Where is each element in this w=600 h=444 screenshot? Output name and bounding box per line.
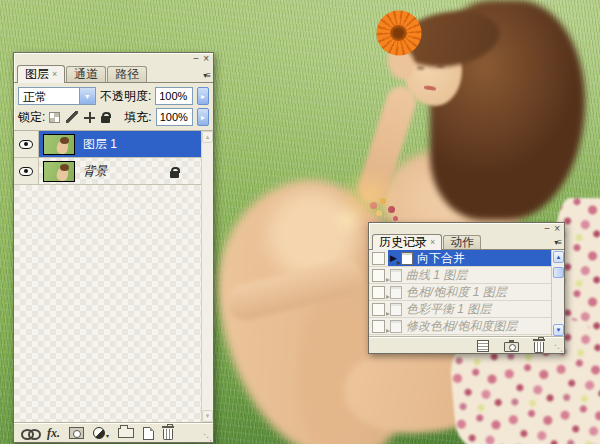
fx-icon: fx. (47, 428, 60, 439)
lock-position-icon[interactable] (84, 112, 95, 123)
resize-grip[interactable]: ⋱ (203, 433, 212, 442)
delete-state-button[interactable] (534, 339, 544, 353)
tab-close-icon[interactable]: × (52, 69, 57, 79)
fill-stepper-icon[interactable]: ▸ (197, 108, 209, 126)
history-state-row[interactable]: ▶ 向下合并 (369, 250, 551, 267)
tab-history[interactable]: 历史记录 × (372, 234, 442, 250)
history-source-checkbox[interactable] (372, 252, 385, 265)
history-scrollbar[interactable]: ▲ ▼ (551, 250, 564, 337)
layers-panel-footer: fx. ▾ ⋱ (14, 423, 213, 442)
layer-thumbnail[interactable] (43, 161, 75, 182)
tab-close-icon[interactable]: × (430, 237, 435, 247)
tab-channels[interactable]: 通道 (66, 66, 106, 82)
new-snapshot-button[interactable] (504, 340, 519, 352)
fill-input[interactable]: 100% (156, 108, 193, 126)
orange-flower-center (390, 25, 407, 41)
minimize-button[interactable]: − (193, 54, 199, 63)
adjustment-layer-icon (93, 427, 105, 439)
history-state-label: 向下合并 (417, 250, 465, 267)
photoshop-workspace: − × 图层 × 通道 路径 ▾≡ 正常 ▾ 不透明度: 100% ▸ (0, 0, 600, 444)
history-panel-tabs: 历史记录 × 动作 ▾≡ (369, 233, 564, 250)
eye-icon (19, 167, 33, 176)
history-panel-footer: ⋱ (369, 337, 564, 353)
blend-mode-value: 正常 (19, 88, 79, 104)
lock-label: 锁定: (18, 109, 45, 126)
lock-pixels-icon[interactable] (66, 111, 78, 123)
tab-layers[interactable]: 图层 × (17, 65, 65, 83)
tab-paths-label: 路径 (115, 66, 139, 83)
scroll-up-icon[interactable]: ▲ (553, 251, 564, 263)
layer-list: 图层 1 背景 ▲ ▼ (14, 131, 213, 423)
link-icon (21, 429, 38, 437)
eye-icon (19, 140, 33, 149)
opacity-label: 不透明度: (100, 88, 151, 105)
history-panel-titlebar[interactable]: − × (369, 223, 564, 233)
panel-menu-icon[interactable]: ▾≡ (554, 239, 561, 247)
history-state-list: ▶ 向下合并 曲线 1 图层 色相/饱和度 1 图层 (369, 250, 564, 337)
close-button[interactable]: × (203, 54, 209, 63)
layer-row-background[interactable]: 背景 (14, 158, 201, 185)
history-state-row[interactable]: 色相/饱和度 1 图层 (369, 284, 551, 301)
layer-name[interactable]: 背景 (83, 163, 107, 180)
layers-scrollbar[interactable]: ▲ ▼ (201, 131, 213, 422)
tab-actions-label: 动作 (450, 234, 474, 251)
resize-grip[interactable]: ⋱ (554, 344, 563, 353)
caret-icon: ▾ (106, 432, 109, 439)
history-source-checkbox[interactable] (372, 320, 385, 333)
history-source-checkbox[interactable] (372, 286, 385, 299)
history-panel: − × 历史记录 × 动作 ▾≡ ▶ 向下合并 (368, 222, 565, 354)
minimize-button[interactable]: − (544, 224, 550, 233)
locked-layer-icon (170, 171, 179, 178)
tab-actions[interactable]: 动作 (443, 235, 481, 249)
scrollbar-thumb[interactable] (553, 267, 564, 278)
visibility-toggle[interactable] (14, 131, 39, 157)
lock-row: 锁定: 填充: 100% ▸ (14, 108, 213, 131)
lock-transparency-icon[interactable] (49, 112, 60, 123)
lock-all-icon[interactable] (101, 116, 110, 123)
camera-icon (504, 342, 519, 352)
history-state-label: 修改色相/饱和度图层 (406, 318, 517, 335)
tab-paths[interactable]: 路径 (107, 66, 147, 82)
tab-history-label: 历史记录 (379, 234, 427, 251)
add-layer-mask-button[interactable] (69, 427, 84, 439)
visibility-toggle[interactable] (14, 158, 39, 184)
scroll-down-icon[interactable]: ▼ (553, 324, 564, 336)
layer-name[interactable]: 图层 1 (83, 136, 117, 153)
history-state-icon (401, 252, 413, 265)
fill-label: 填充: (124, 109, 151, 126)
history-source-checkbox[interactable] (372, 269, 385, 282)
new-document-from-state-button[interactable] (477, 340, 489, 352)
layer-row-layer1[interactable]: 图层 1 (14, 131, 201, 158)
layer-mask-icon (69, 427, 84, 439)
adjustment-layer-button[interactable]: ▾ (93, 427, 109, 439)
history-state-label: 曲线 1 图层 (406, 267, 467, 284)
tab-channels-label: 通道 (74, 66, 98, 83)
panel-menu-icon[interactable]: ▾≡ (203, 72, 210, 80)
history-state-row[interactable]: 曲线 1 图层 (369, 267, 551, 284)
scroll-up-icon[interactable]: ▲ (202, 131, 213, 143)
trash-icon (163, 429, 173, 440)
history-state-icon (390, 286, 402, 299)
history-state-icon (390, 303, 402, 316)
delete-layer-button[interactable] (163, 426, 173, 440)
new-layer-button[interactable] (143, 427, 154, 440)
history-pointer-icon[interactable]: ▶ (390, 254, 397, 263)
blend-mode-row: 正常 ▾ 不透明度: 100% ▸ (14, 83, 213, 108)
history-state-row[interactable]: 色彩平衡 1 图层 (369, 301, 551, 318)
layer-thumbnail[interactable] (43, 134, 75, 155)
link-layers-button[interactable] (21, 429, 38, 437)
opacity-stepper-icon[interactable]: ▸ (197, 87, 209, 105)
opacity-input[interactable]: 100% (155, 87, 193, 105)
new-group-button[interactable] (118, 428, 134, 439)
history-state-row[interactable]: 修改色相/饱和度图层 (369, 318, 551, 335)
history-state-icon (390, 269, 402, 282)
blend-mode-select[interactable]: 正常 ▾ (18, 87, 96, 105)
layers-panel-titlebar[interactable]: − × (14, 53, 213, 64)
history-source-checkbox[interactable] (372, 303, 385, 316)
new-layer-icon (143, 427, 154, 440)
trash-icon (534, 342, 544, 353)
layer-style-button[interactable]: fx. (47, 428, 60, 439)
close-button[interactable]: × (554, 224, 560, 233)
chevron-down-icon[interactable]: ▾ (79, 88, 95, 104)
scroll-down-icon[interactable]: ▼ (202, 410, 213, 422)
